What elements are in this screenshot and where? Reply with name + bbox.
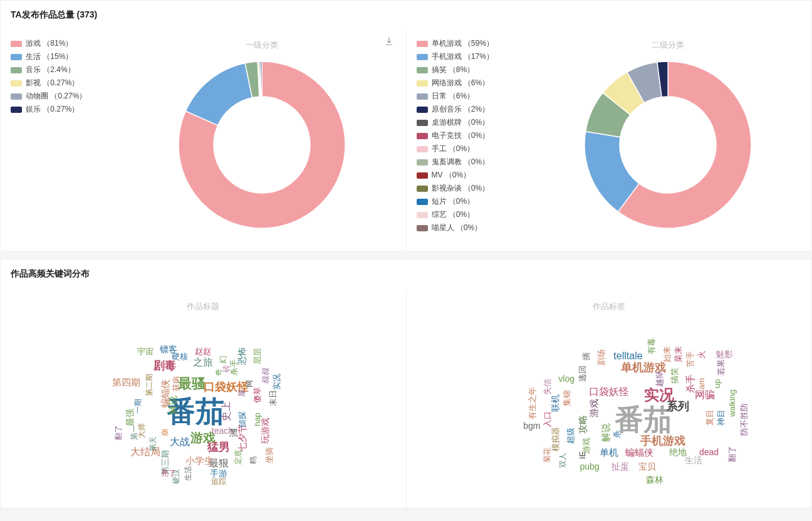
cloud-word[interactable]: telltale [613, 351, 642, 361]
cloud-word[interactable]: 入口 [543, 411, 551, 428]
legend-item[interactable]: 搞笑 （8%） [417, 65, 529, 75]
cloud-word[interactable]: 侦探 [237, 411, 246, 428]
cloud-word[interactable]: walking [728, 389, 736, 416]
legend-item[interactable]: 影视杂谈 （0%） [417, 183, 529, 194]
cloud-word[interactable]: 生活 [184, 466, 192, 481]
cloud-word[interactable]: 第四期 [112, 377, 140, 387]
cloud-word[interactable]: 复目 [705, 409, 713, 426]
cloud-word[interactable]: 菊花 [543, 448, 551, 463]
cloud-word[interactable]: 手游 [210, 469, 227, 478]
legend-item[interactable]: 游戏 （81%） [11, 38, 123, 49]
legend-item[interactable]: 喵星人 （0%） [417, 223, 529, 233]
cloud-word[interactable]: 绝地 [669, 448, 687, 456]
cloud-word[interactable]: 搞笑 [670, 367, 679, 384]
cloud-word[interactable]: 手机游戏 [640, 435, 685, 446]
cloud-word[interactable]: 联机 [551, 394, 560, 412]
cloud-word[interactable]: 蝙蝠侠 [625, 448, 653, 457]
cloud-word[interactable]: pubg [580, 462, 599, 471]
legend-item[interactable]: 鬼畜调教 （0%） [417, 157, 529, 167]
cloud-word[interactable]: 失信 [543, 379, 551, 395]
legend-item[interactable]: 娱乐 （0.27%） [11, 104, 123, 115]
cloud-word[interactable]: 黑 [229, 428, 238, 437]
cloud-word[interactable]: 生活 [685, 456, 702, 465]
cloud-word[interactable]: up [712, 379, 721, 388]
legend-item[interactable]: 手工 （0%） [417, 144, 529, 154]
legend-item[interactable]: 音乐 （2.4%） [11, 65, 123, 75]
cloud-word[interactable]: 神目 [716, 409, 724, 426]
cloud-word[interactable]: 有毒 [647, 338, 655, 354]
cloud-word[interactable]: 若果 [716, 359, 724, 376]
cloud-word[interactable]: 大战 [170, 437, 190, 447]
cloud-word[interactable]: 番茄 [615, 405, 672, 434]
cloud-word[interactable]: 宇宙 [137, 347, 154, 355]
cloud-word[interactable]: 崩 [161, 429, 169, 436]
cloud-word[interactable]: 苦手 [685, 351, 694, 367]
cloud-word[interactable]: 单机 [600, 448, 618, 457]
cloud-word[interactable]: 口袋妖怪 [589, 387, 629, 397]
cloud-word[interactable]: 最骚 [178, 377, 206, 391]
cloud-word[interactable]: 翻了 [115, 425, 122, 440]
legend-item[interactable]: 日常 （6%） [417, 91, 529, 102]
cloud-word[interactable]: 越狱 [655, 371, 663, 387]
legend-item[interactable]: 单机游戏 （59%） [417, 38, 529, 49]
cloud-word[interactable]: 集锦 [563, 390, 571, 406]
cloud-word[interactable]: IE [578, 451, 586, 459]
cloud-word[interactable]: 剧场 [597, 349, 605, 366]
cloud-word[interactable]: 实况 [273, 374, 281, 390]
cloud-word[interactable]: 防不胜防 [739, 403, 747, 436]
cloud-word[interactable]: 魅影 [716, 350, 733, 359]
cloud-word[interactable]: 砖 [222, 365, 230, 372]
cloud-word[interactable]: 玩游戏 [261, 418, 269, 444]
cloud-word[interactable]: 一期 [134, 399, 142, 414]
cloud-word[interactable]: bgm [523, 421, 540, 430]
cloud-word[interactable]: 第二期 [145, 374, 153, 396]
download-icon[interactable] [383, 36, 395, 49]
cloud-word[interactable]: 双人 [559, 453, 566, 468]
cloud-word[interactable]: 菜来 [674, 346, 682, 362]
legend-item[interactable]: 桌游棋牌 （0%） [417, 117, 529, 128]
cloud-word[interactable]: 大师 [138, 423, 145, 438]
cloud-word[interactable]: 亮了 [161, 470, 176, 477]
legend-item[interactable]: MV （0%） [417, 170, 529, 181]
cloud-word[interactable]: 游戏 [589, 399, 598, 418]
legend-item[interactable]: 短片 （0%） [417, 196, 529, 207]
cloud-word[interactable]: 幻 [218, 355, 226, 363]
cloud-word[interactable]: 傻草 [253, 387, 261, 403]
cloud-word[interactable]: 层层 [253, 348, 261, 364]
cloud-word[interactable]: 小学生 [185, 456, 214, 465]
cloud-word[interactable]: 获病 [172, 376, 180, 391]
cloud-word[interactable]: 定底 [234, 450, 242, 465]
cloud-word[interactable]: 摘 [581, 352, 590, 360]
cloud-word[interactable]: 叔叔 [261, 367, 269, 384]
cloud-word[interactable]: 系列 [667, 401, 689, 412]
legend-item[interactable]: 动物圈 （0.27%） [11, 91, 123, 102]
cloud-word[interactable]: 猛男 [207, 441, 230, 453]
cloud-word[interactable]: 屋 [238, 389, 246, 397]
cloud-word[interactable]: 之旅 [193, 357, 213, 367]
cloud-word[interactable]: 硬核 [172, 352, 188, 360]
legend-item[interactable]: 综艺 （0%） [417, 209, 529, 220]
cloud-word[interactable]: 史上 [221, 401, 231, 421]
legend-item[interactable]: 影视 （0.27%） [11, 78, 123, 88]
cloud-word[interactable]: 剧毒 [154, 360, 176, 371]
cloud-word[interactable]: 解说 [168, 396, 177, 414]
cloud-word[interactable]: 逃回 [578, 366, 586, 382]
cloud-word[interactable]: 宝贝 [638, 462, 656, 471]
legend-item[interactable]: 原创音乐 （2%） [417, 104, 529, 115]
legend-item[interactable]: 电子竞技 （0%） [417, 130, 529, 141]
cloud-word[interactable]: 翻了 [728, 446, 736, 462]
cloud-word[interactable]: dead [699, 448, 719, 456]
cloud-word[interactable]: 森林 [646, 475, 664, 484]
cloud-word[interactable]: 赵赵 [195, 347, 211, 355]
cloud-word[interactable]: 鸥 [249, 456, 257, 464]
cloud-word[interactable]: 恐怖 [237, 347, 246, 365]
cloud-word[interactable]: 有生之年 [528, 387, 536, 419]
cloud-word[interactable]: am [697, 378, 705, 389]
cloud-word[interactable]: vlog [558, 374, 575, 383]
cloud-word[interactable]: 扯蛋 [612, 462, 629, 471]
cloud-word[interactable]: 超级 [566, 428, 575, 444]
cloud-word[interactable]: 追踪 [211, 478, 226, 485]
cloud-word[interactable]: 火 [697, 350, 705, 359]
donut-slice[interactable] [261, 61, 262, 97]
cloud-word[interactable]: 攻略 [577, 415, 586, 434]
